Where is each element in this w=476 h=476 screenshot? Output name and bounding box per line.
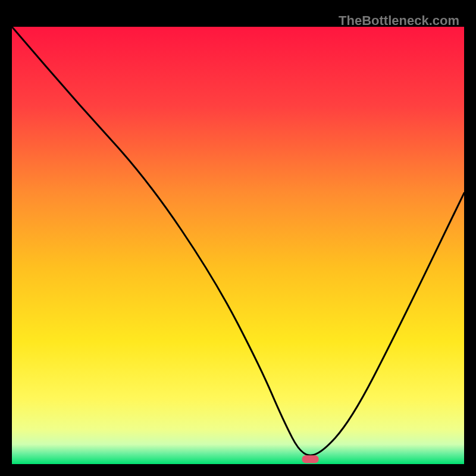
- optimal-marker: [302, 455, 319, 463]
- chart-svg: [12, 27, 464, 464]
- bottleneck-chart: [12, 27, 464, 464]
- chart-frame: TheBottleneck.com: [12, 12, 464, 464]
- gradient-background: [12, 27, 464, 464]
